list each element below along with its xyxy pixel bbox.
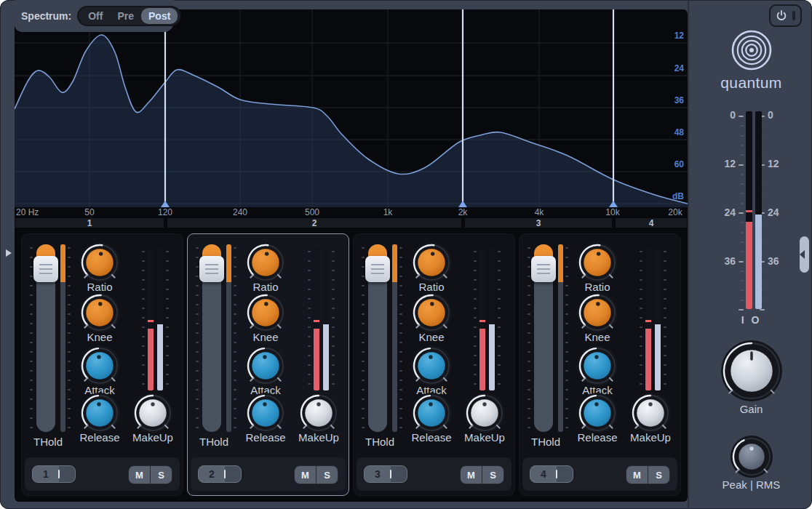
gr-scale-tick — [640, 374, 642, 375]
ratio-knob[interactable] — [410, 241, 453, 284]
gr-scale-tick — [664, 345, 666, 347]
spectrum-mode-pre[interactable]: Pre — [110, 8, 141, 24]
makeup-knob[interactable] — [629, 392, 672, 434]
release-knob[interactable] — [79, 392, 121, 434]
fader-scale-tick — [528, 370, 530, 372]
spectrum-mode-post[interactable]: Post — [141, 8, 178, 24]
thold-fader-track[interactable] — [202, 244, 221, 432]
fader-scale-tick — [30, 398, 33, 400]
band-level-meter — [60, 244, 65, 432]
gr-scale-tick — [664, 298, 666, 300]
solo-button[interactable]: S — [317, 466, 338, 484]
gr-scale-tick — [142, 364, 145, 366]
thold-fader-track[interactable] — [534, 244, 553, 432]
band-number-input[interactable]: 2 — [198, 465, 242, 483]
mute-solo-group: MS — [294, 465, 338, 484]
logo-text: quantum — [720, 74, 782, 92]
gr-scale-tick — [142, 260, 145, 262]
band-strip[interactable]: THoldRatioKneeAttackReleaseMakeUp1MS — [21, 233, 183, 496]
release-knob[interactable] — [244, 392, 287, 434]
peak-rms-control: Peak | RMS — [689, 433, 812, 491]
makeup-knob-block: MakeUp — [290, 392, 348, 444]
band-strip[interactable]: THoldRatioKneeAttackReleaseMakeUp2MS — [187, 233, 349, 496]
makeup-knob[interactable] — [132, 392, 174, 434]
band-number-slider-tick — [58, 470, 60, 478]
spectrum-curve-fill — [15, 35, 688, 207]
ratio-knob[interactable] — [79, 241, 121, 284]
band-strip[interactable]: THoldRatioKneeAttackReleaseMakeUp3MS — [353, 233, 515, 496]
fader-scale-tick — [30, 389, 33, 390]
thold-fader-handle[interactable] — [33, 256, 58, 282]
attack-knob[interactable] — [244, 345, 287, 387]
gr-fill-white — [157, 324, 163, 390]
solo-button[interactable]: S — [648, 466, 669, 484]
band-axis-segment[interactable]: 2 — [167, 218, 461, 228]
band-number-input[interactable]: 1 — [32, 465, 76, 483]
attack-knob[interactable] — [576, 345, 618, 387]
ratio-knob[interactable] — [244, 241, 287, 284]
band-axis-number: 2 — [312, 218, 317, 228]
ratio-knob[interactable] — [576, 241, 618, 284]
attack-knob[interactable] — [410, 345, 453, 387]
knee-knob[interactable] — [576, 292, 618, 334]
mute-button[interactable]: M — [461, 466, 482, 484]
fader-scale-tick — [528, 361, 530, 362]
attack-knob[interactable] — [79, 345, 121, 387]
power-button[interactable] — [769, 4, 802, 27]
thold-fader-handle[interactable] — [531, 256, 556, 282]
release-knob[interactable] — [410, 392, 453, 434]
solo-button[interactable]: S — [151, 466, 172, 484]
spectrum-plot: 1224364860dB — [15, 9, 688, 207]
band-level-fill — [226, 244, 231, 282]
release-knob[interactable] — [576, 392, 618, 434]
band-strip[interactable]: THoldRatioKneeAttackReleaseMakeUp4MS — [519, 233, 681, 496]
band-level-meter — [392, 244, 397, 432]
band-number-input[interactable]: 4 — [530, 465, 573, 483]
band-axis-number: 1 — [87, 218, 92, 228]
release-label: Release — [245, 431, 285, 444]
gr-scale-tick — [498, 270, 501, 271]
mute-button[interactable]: M — [295, 466, 316, 484]
gr-scale-tick — [664, 251, 666, 252]
freq-axis-label: 500 — [305, 207, 319, 217]
gr-scale-tick — [474, 260, 477, 262]
io-meter: 00121224243636 — [689, 111, 812, 309]
fader-scale-tick — [362, 304, 365, 305]
solo-button[interactable]: S — [482, 466, 503, 484]
panel-expand-arrow-icon[interactable] — [6, 249, 12, 257]
band-axis-segment[interactable]: 1 — [15, 218, 164, 228]
makeup-knob[interactable] — [463, 392, 506, 434]
gr-meter-output — [655, 248, 661, 390]
io-scale-label: 24 — [768, 207, 789, 218]
fader-scale-tick — [196, 276, 199, 277]
knee-knob[interactable] — [79, 292, 121, 334]
gr-scale-tick — [474, 383, 477, 385]
knee-knob[interactable] — [244, 292, 287, 334]
fader-scale-tick — [196, 427, 199, 428]
fader-scale-tick — [30, 380, 33, 381]
gr-scale-tick — [498, 364, 501, 366]
band-axis-segment[interactable]: 3 — [465, 218, 612, 228]
thold-fader-track[interactable] — [368, 244, 387, 432]
gain-knob[interactable] — [718, 337, 785, 404]
spectrum-mode-off[interactable]: Off — [81, 8, 110, 24]
band-number-input[interactable]: 3 — [364, 465, 407, 483]
thold-fader-handle[interactable] — [199, 256, 224, 282]
thold-label: THold — [22, 436, 74, 448]
io-scale-label: 0 — [714, 109, 736, 121]
thold-fader-handle[interactable] — [365, 256, 390, 282]
makeup-knob[interactable] — [298, 392, 340, 434]
fader-scale-tick — [362, 417, 365, 419]
gr-scale-tick — [332, 289, 335, 290]
gr-scale-tick — [474, 336, 477, 337]
makeup-label: MakeUp — [464, 431, 505, 444]
mute-button[interactable]: M — [129, 466, 150, 484]
peak-rms-knob[interactable] — [728, 433, 775, 480]
knee-knob[interactable] — [410, 292, 453, 334]
gr-scale-tick — [498, 289, 501, 290]
side-panel-handle[interactable] — [800, 236, 809, 273]
thold-fader-track[interactable] — [36, 244, 55, 432]
band-axis-segment[interactable]: 4 — [616, 218, 687, 228]
mute-button[interactable]: M — [626, 466, 648, 484]
gr-scale-tick — [308, 364, 311, 366]
